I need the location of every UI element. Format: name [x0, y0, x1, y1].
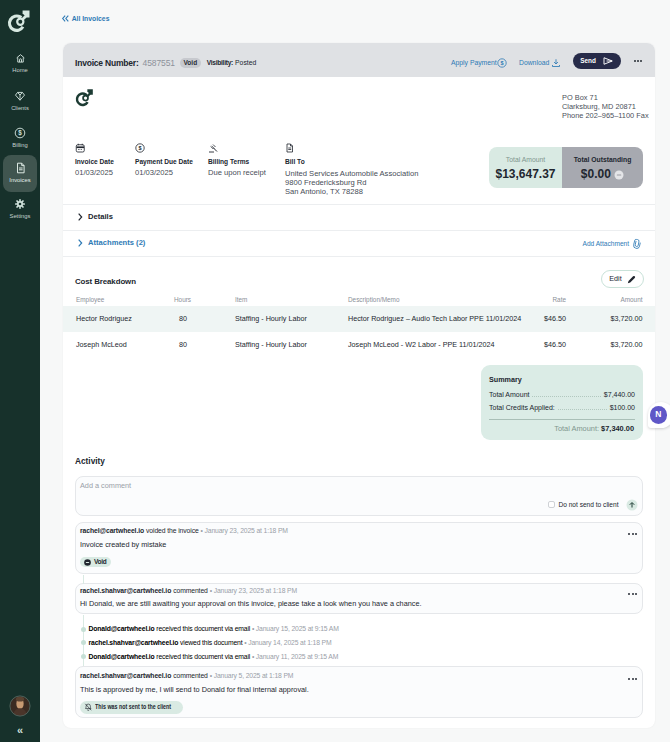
svg-text:$: $: [138, 145, 141, 151]
svg-text:$: $: [500, 59, 503, 65]
svg-text:$: $: [18, 129, 22, 137]
